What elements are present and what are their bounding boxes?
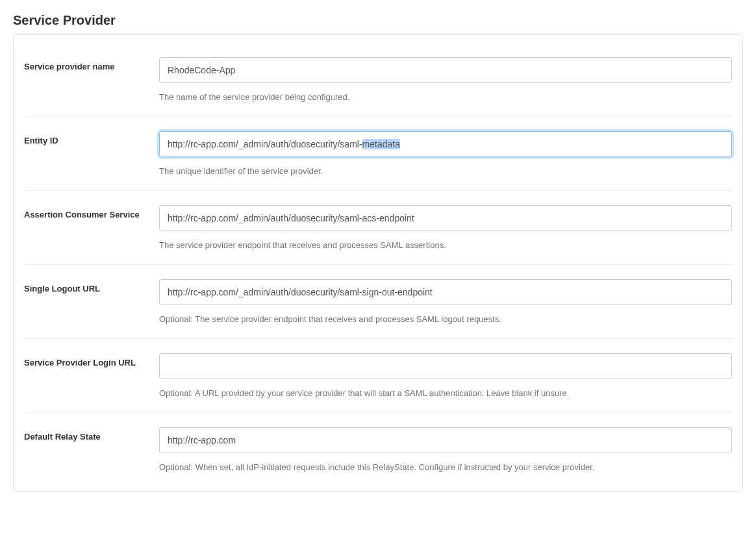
row-service-provider-name: Service provider name The name of the se… (24, 43, 732, 117)
acs-input[interactable] (159, 205, 732, 231)
label-relay-state: Default Relay State (24, 432, 101, 442)
row-relay-state: Default Relay State Optional: When set, … (24, 413, 732, 486)
row-login-url: Service Provider Login URL Optional: A U… (24, 339, 732, 413)
row-slo: Single Logout URL Optional: The service … (24, 265, 732, 339)
help-service-provider-name: The name of the service provider being c… (159, 92, 732, 102)
slo-input[interactable] (159, 279, 732, 305)
label-service-provider-name: Service provider name (24, 62, 114, 71)
help-relay-state: Optional: When set, all IdP-initiated re… (159, 462, 732, 472)
label-slo: Single Logout URL (24, 284, 100, 293)
entity-id-value-prefix: http://rc-app.com/_admin/auth/duosecurit… (168, 139, 362, 149)
label-entity-id: Entity ID (24, 136, 58, 145)
service-provider-name-input[interactable] (159, 57, 732, 83)
entity-id-value-selected: metadata (362, 139, 400, 149)
help-entity-id: The unique identifier of the service pro… (159, 166, 732, 176)
relay-state-input[interactable] (159, 427, 732, 453)
section-title: Service Provider (13, 13, 743, 28)
row-entity-id: Entity ID http://rc-app.com/_admin/auth/… (24, 117, 732, 191)
label-acs: Assertion Consumer Service (24, 210, 140, 219)
help-login-url: Optional: A URL provided by your service… (159, 388, 732, 398)
service-provider-panel: Service provider name The name of the se… (13, 34, 743, 492)
label-login-url: Service Provider Login URL (24, 358, 136, 367)
help-acs: The service provider endpoint that recei… (159, 240, 732, 250)
login-url-input[interactable] (159, 353, 732, 379)
entity-id-input[interactable]: http://rc-app.com/_admin/auth/duosecurit… (159, 131, 732, 157)
help-slo: Optional: The service provider endpoint … (159, 314, 732, 324)
row-acs: Assertion Consumer Service The service p… (24, 191, 732, 265)
